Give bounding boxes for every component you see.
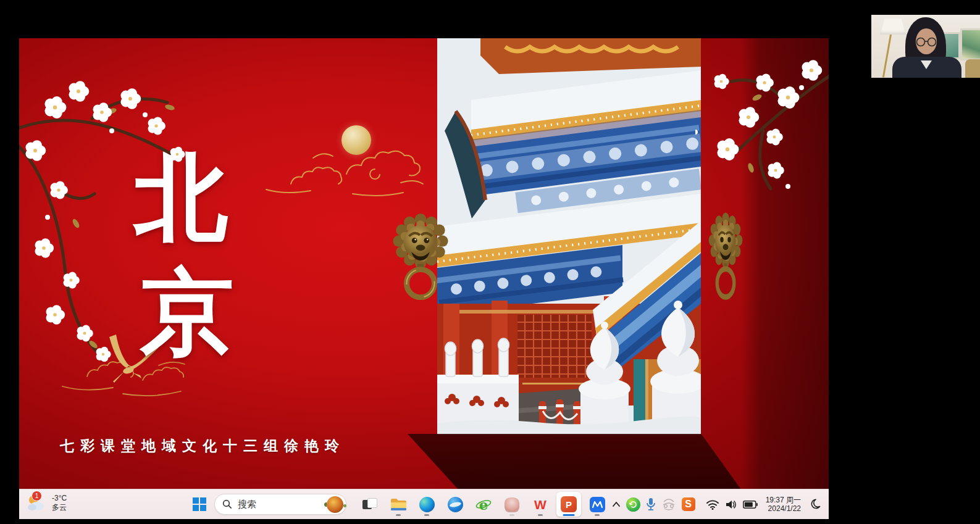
internet-explorer-button[interactable]: e: [471, 492, 496, 517]
task-view-icon: [362, 498, 377, 510]
blue-browser-icon: [448, 497, 463, 512]
search-daily-image: [327, 496, 343, 513]
task-view-button[interactable]: [358, 492, 382, 517]
clock-date: 2024/1/22: [766, 504, 801, 513]
plum-blossom-top-left: [19, 38, 198, 365]
game-app-button[interactable]: [500, 492, 524, 517]
taskbar-weather-widget[interactable]: 1 -3°C 多云: [27, 493, 67, 514]
microphone-tray-icon[interactable]: [646, 497, 656, 511]
start-button[interactable]: [187, 492, 212, 517]
slide-caption: 七彩课堂地域文化十三组徐艳玲: [60, 436, 345, 455]
antivirus-tray-icon[interactable]: [626, 497, 640, 512]
running-indicator: [538, 514, 543, 516]
file-explorer-button[interactable]: [386, 492, 411, 517]
presenter-glasses: [913, 37, 940, 47]
shared-screen: 北 京: [19, 38, 829, 518]
edge-browser-button[interactable]: [414, 492, 439, 517]
presenter-webcam-video[interactable]: [871, 15, 980, 78]
chair-corner: [965, 59, 980, 78]
wps-office-icon: W: [534, 498, 547, 511]
tray-expand-chevron[interactable]: [612, 501, 621, 507]
forbidden-city-photo: [437, 38, 701, 435]
system-tray: S 19:37 周一 2024/1/: [612, 489, 823, 519]
running-indicator: [509, 514, 514, 516]
search-icon: [222, 499, 232, 509]
wifi-icon[interactable]: [706, 499, 719, 510]
volume-icon[interactable]: [725, 499, 737, 510]
night-mode-moon-icon[interactable]: [810, 498, 823, 510]
taskbar-search-input[interactable]: 搜索: [214, 494, 346, 515]
weather-condition: 多云: [52, 503, 67, 512]
search-placeholder: 搜索: [238, 499, 327, 510]
file-explorer-icon: [390, 497, 407, 512]
meeting-app-button[interactable]: [585, 492, 609, 517]
windows-taskbar: 1 -3°C 多云 搜索: [19, 489, 829, 519]
game-app-icon: [505, 497, 519, 511]
ime-ornament-tray-icon[interactable]: [661, 498, 676, 510]
photo-drop-shadow: [390, 434, 748, 489]
meeting-app-icon: [590, 497, 605, 512]
internet-explorer-icon: e: [475, 496, 492, 512]
meeting-screen: 北 京: [0, 0, 980, 524]
running-indicator: [396, 514, 401, 516]
lion-knocker-left: [390, 206, 451, 310]
floor-lamp-shade: [880, 19, 906, 35]
powerpoint-button[interactable]: P: [556, 492, 581, 517]
blue-browser-button[interactable]: [443, 492, 467, 517]
taskbar-clock[interactable]: 19:37 周一 2024/1/22: [766, 496, 801, 514]
windows-logo-icon: [193, 497, 206, 511]
weather-badge: 1: [31, 491, 42, 501]
sogou-input-tray-icon[interactable]: S: [682, 497, 695, 511]
presentation-slide: 北 京: [19, 38, 829, 489]
running-indicator: [424, 514, 429, 516]
lion-knocker-right: [707, 209, 744, 306]
weather-temperature: -3°C: [52, 494, 67, 503]
weather-cloud-icon: 1: [27, 493, 48, 514]
clock-time: 19:37 周一: [766, 496, 801, 504]
powerpoint-icon: P: [561, 496, 577, 512]
wall-painting-right: [960, 28, 980, 60]
plum-blossom-top-right: [695, 38, 829, 193]
active-running-indicator: [563, 514, 575, 516]
gold-clouds-decoration: [254, 131, 433, 205]
running-indicator: [595, 514, 600, 516]
battery-icon[interactable]: [743, 501, 758, 509]
wps-office-button[interactable]: W: [528, 492, 553, 517]
edge-browser-icon: [419, 497, 435, 512]
